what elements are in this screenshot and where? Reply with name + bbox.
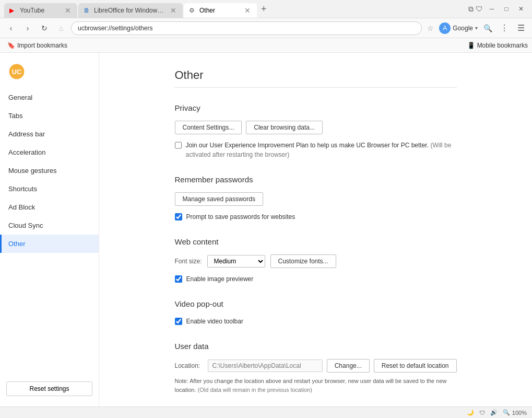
reset-location-button[interactable]: Reset to default location <box>374 359 457 373</box>
video-popout-title: Video pop-out <box>175 299 457 308</box>
image-preview-row: Enable image previewer <box>175 274 457 284</box>
profile-name: Google <box>453 25 473 32</box>
sound-status-item[interactable]: 🔊 <box>490 409 498 416</box>
change-location-button[interactable]: Change... <box>327 359 370 373</box>
new-tab-button[interactable]: + <box>258 4 270 15</box>
sidebar-item-address-bar[interactable]: Address bar <box>0 125 99 143</box>
tab-other-title: Other <box>199 7 240 14</box>
tab-extras: ⧉ 🛡 <box>466 5 485 14</box>
address-bar: ‹ › ↻ ⌂ ucbrowser://settings/others ☆ A … <box>0 18 532 38</box>
bookmarks-bar: 🔖 Import bookmarks 📱 Mobile bookmarks <box>0 38 532 53</box>
sidebar-item-other-label: Other <box>8 240 26 248</box>
forward-button[interactable]: › <box>21 21 34 35</box>
uxip-checkbox[interactable] <box>175 142 182 149</box>
svg-text:UC: UC <box>12 68 21 76</box>
zoom-status-item[interactable]: 🔍 100% <box>503 409 527 416</box>
sidebar-item-cloud-sync-label: Cloud Sync <box>8 222 43 229</box>
image-preview-label: Enable image previewer <box>186 274 254 284</box>
video-toolbar-row: Enable video toolbar <box>175 317 457 326</box>
sidebar-item-mouse-gestures-label: Mouse gestures <box>8 167 57 175</box>
minimize-button[interactable]: ─ <box>485 3 499 15</box>
prompt-passwords-checkbox[interactable] <box>175 213 182 220</box>
user-data-section: User data Location: Change... Reset to d… <box>175 342 457 394</box>
image-preview-checkbox[interactable] <box>175 275 182 283</box>
sidebar-item-tabs[interactable]: Tabs <box>0 107 99 125</box>
video-popout-section: Video pop-out Enable video toolbar <box>175 299 457 326</box>
sidebar-item-address-bar-label: Address bar <box>8 130 45 138</box>
privacy-btn-row: Content Settings... Clear browsing data.… <box>175 121 457 134</box>
video-toolbar-label: Enable video toolbar <box>186 317 243 326</box>
video-toolbar-checkbox[interactable] <box>175 318 182 325</box>
moon-status-item[interactable]: 🌙 <box>467 409 474 416</box>
import-bookmarks-item[interactable]: 🔖 Import bookmarks <box>4 41 70 50</box>
sidebar-item-ad-block-label: Ad Block <box>8 203 35 211</box>
other-favicon: ⚙ <box>189 7 196 14</box>
profile-dropdown-icon: ▾ <box>475 25 478 31</box>
home-button[interactable]: ⌂ <box>54 21 68 35</box>
title-bar: ▶ YouTube ✕ 🗎 LibreOffice for Windows - … <box>0 0 532 18</box>
tab-libreoffice[interactable]: 🗎 LibreOffice for Windows - Do... ✕ <box>78 3 183 18</box>
bookmark-icon: 🔖 <box>7 42 15 49</box>
mobile-bookmarks-item[interactable]: 📱 Mobile bookmarks <box>467 42 528 49</box>
mobile-bookmarks-icon: 📱 <box>467 42 475 49</box>
tab-other[interactable]: ⚙ Other ✕ <box>184 3 257 18</box>
customize-fonts-button[interactable]: Customize fonts... <box>270 254 336 268</box>
location-input[interactable] <box>208 359 323 372</box>
sidebar-toggle-button[interactable]: ☰ <box>514 21 528 35</box>
passwords-btn-row: Manage saved passwords <box>175 192 457 206</box>
content-settings-button[interactable]: Content Settings... <box>175 121 242 134</box>
reload-button[interactable]: ↻ <box>38 21 51 35</box>
tab-libreoffice-close[interactable]: ✕ <box>169 6 178 15</box>
clear-browsing-button[interactable]: Clear browsing data... <box>246 121 323 134</box>
sidebar-item-shortcuts[interactable]: Shortcuts <box>0 180 99 198</box>
back-button[interactable]: ‹ <box>4 21 18 35</box>
web-content-title: Web content <box>175 237 457 246</box>
location-label: Location: <box>175 362 204 369</box>
sidebar-item-tabs-label: Tabs <box>8 112 22 120</box>
passwords-title: Remember passwords <box>175 175 457 184</box>
shield-tab-icon[interactable]: 🛡 <box>476 5 483 13</box>
location-note: Note: After you change the location abov… <box>175 377 457 394</box>
sidebar-item-general[interactable]: General <box>0 88 99 107</box>
sound-icon: 🔊 <box>490 409 498 416</box>
font-size-select[interactable]: Small Medium Large Very Large <box>207 255 265 268</box>
url-box[interactable]: ucbrowser://settings/others <box>71 21 422 35</box>
menu-button[interactable]: ⋮ <box>498 21 511 35</box>
reset-settings-button[interactable]: Reset settings <box>6 381 92 396</box>
user-data-title: User data <box>175 342 457 351</box>
shield-status-item[interactable]: 🛡 <box>479 410 485 416</box>
close-button[interactable]: ✕ <box>514 3 528 15</box>
import-bookmarks-label: Import bookmarks <box>17 42 67 49</box>
bookmark-star-icon[interactable]: ☆ <box>425 24 436 32</box>
uxip-row: Join our User Experience Improvement Pla… <box>175 141 457 159</box>
settings-content: Other Privacy Content Settings... Clear … <box>154 53 478 407</box>
libreoffice-favicon: 🗎 <box>84 7 91 14</box>
tab-libreoffice-title: LibreOffice for Windows - Do... <box>94 7 166 14</box>
prompt-passwords-row: Prompt to save passwords for websites <box>175 212 457 222</box>
sidebar-item-shortcuts-label: Shortcuts <box>8 185 37 193</box>
youtube-favicon: ▶ <box>9 7 17 14</box>
restore-button[interactable]: □ <box>500 3 513 15</box>
sidebar-item-acceleration[interactable]: Acceleration <box>0 143 99 161</box>
font-size-label: Font size: <box>175 258 202 265</box>
tab-youtube[interactable]: ▶ YouTube ✕ <box>4 3 77 18</box>
sidebar-item-ad-block[interactable]: Ad Block <box>0 198 99 216</box>
tab-youtube-title: YouTube <box>20 7 61 14</box>
manage-passwords-button[interactable]: Manage saved passwords <box>175 192 263 206</box>
passwords-section: Remember passwords Manage saved password… <box>175 175 457 222</box>
privacy-section: Privacy Content Settings... Clear browsi… <box>175 103 457 159</box>
tabs-overview-icon[interactable]: ⧉ <box>468 5 474 14</box>
status-bar: 🌙 🛡 🔊 🔍 100% <box>0 407 532 418</box>
search-button[interactable]: 🔍 <box>481 21 494 35</box>
tab-other-close[interactable]: ✕ <box>243 6 252 15</box>
tab-youtube-close[interactable]: ✕ <box>64 6 72 15</box>
tabs-row: ▶ YouTube ✕ 🗎 LibreOffice for Windows - … <box>4 0 466 18</box>
mobile-bookmarks-label: Mobile bookmarks <box>477 42 528 49</box>
profile-area[interactable]: A Google ▾ <box>439 22 478 34</box>
uc-logo: UC <box>8 63 25 80</box>
sidebar-item-mouse-gestures[interactable]: Mouse gestures <box>0 161 99 180</box>
prompt-passwords-label: Prompt to save passwords for websites <box>186 212 295 222</box>
window-controls: ─ □ ✕ <box>485 3 528 15</box>
sidebar-item-other[interactable]: Other <box>0 235 99 253</box>
sidebar-item-cloud-sync[interactable]: Cloud Sync <box>0 216 99 235</box>
